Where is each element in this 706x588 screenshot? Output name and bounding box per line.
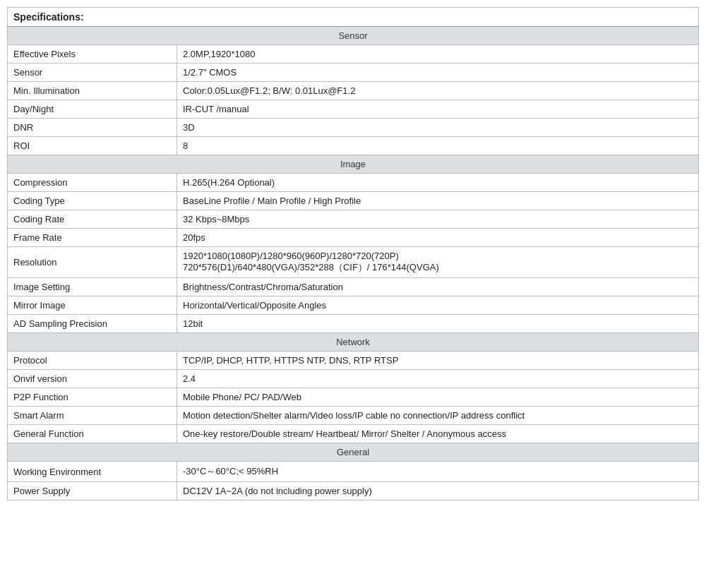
table-row: Resolution1920*1080(1080P)/1280*960(960P…: [8, 247, 699, 278]
table-row: Effective Pixels2.0MP,1920*1080: [8, 45, 699, 64]
row-value: 32 Kbps~8Mbps: [177, 210, 699, 229]
row-label: P2P Function: [8, 388, 177, 407]
table-row: Power SupplyDC12V 1A~2A (do not includin…: [8, 482, 699, 500]
row-label: Power Supply: [8, 482, 177, 500]
table-row: Mirror ImageHorizontal/Vertical/Opposite…: [8, 296, 699, 315]
row-label: Image Setting: [8, 278, 177, 296]
table-row: Working Environment-30°C～60°C;< 95%RH: [8, 462, 699, 482]
section-header-2: Network: [8, 333, 699, 352]
row-label: Onvif version: [8, 370, 177, 388]
table-row: DNR3D: [8, 119, 699, 137]
section-header-3: General: [8, 443, 699, 462]
row-label: Resolution: [8, 247, 177, 278]
table-row: AD Sampling Precision12bit: [8, 315, 699, 333]
table-row: Smart AlarmMotion detection/Shelter alar…: [8, 407, 699, 425]
table-row: ProtocolTCP/IP, DHCP, HTTP, HTTPS NTP, D…: [8, 352, 699, 370]
section-title-2: Network: [8, 333, 699, 352]
title-row: Specifications:: [8, 8, 699, 27]
row-label: DNR: [8, 119, 177, 137]
row-value: Mobile Phone/ PC/ PAD/Web: [177, 388, 699, 407]
row-label: Effective Pixels: [8, 45, 177, 64]
row-value: 3D: [177, 119, 699, 137]
row-value: 20fps: [177, 229, 699, 247]
row-label: Min. Illumination: [8, 82, 177, 100]
table-row: ROI8: [8, 137, 699, 155]
section-title-3: General: [8, 443, 699, 462]
table-row: Sensor1/2.7" CMOS: [8, 64, 699, 82]
row-label: Compression: [8, 174, 177, 192]
row-value: 12bit: [177, 315, 699, 333]
row-value: Horizontal/Vertical/Opposite Angles: [177, 296, 699, 315]
row-value: BaseLine Profile / Main Profile / High P…: [177, 192, 699, 210]
row-label: Coding Rate: [8, 210, 177, 229]
specs-title: Specifications:: [8, 8, 699, 27]
section-title-0: Sensor: [8, 27, 699, 45]
row-value: 1/2.7" CMOS: [177, 64, 699, 82]
section-header-0: Sensor: [8, 27, 699, 45]
table-row: Min. IlluminationColor:0.05Lux@F1.2; B/W…: [8, 82, 699, 100]
table-row: Day/NightIR-CUT /manual: [8, 100, 699, 119]
section-title-1: Image: [8, 155, 699, 174]
row-label: Day/Night: [8, 100, 177, 119]
row-value: 8: [177, 137, 699, 155]
table-row: CompressionH.265(H.264 Optional): [8, 174, 699, 192]
table-row: Image SettingBrightness/Contrast/Chroma/…: [8, 278, 699, 296]
specs-table: Specifications:SensorEffective Pixels2.0…: [7, 7, 699, 500]
row-value: DC12V 1A~2A (do not including power supp…: [177, 482, 699, 500]
row-value: Brightness/Contrast/Chroma/Saturation: [177, 278, 699, 296]
table-row: Onvif version2.4: [8, 370, 699, 388]
row-label: Sensor: [8, 64, 177, 82]
row-label: Frame Rate: [8, 229, 177, 247]
row-label: Working Environment: [8, 462, 177, 482]
section-header-1: Image: [8, 155, 699, 174]
row-value: TCP/IP, DHCP, HTTP, HTTPS NTP, DNS, RTP …: [177, 352, 699, 370]
row-label: General Function: [8, 425, 177, 443]
row-label: Mirror Image: [8, 296, 177, 315]
table-row: Coding Rate32 Kbps~8Mbps: [8, 210, 699, 229]
row-value: 2.0MP,1920*1080: [177, 45, 699, 64]
row-value: -30°C～60°C;< 95%RH: [177, 462, 699, 482]
row-value: H.265(H.264 Optional): [177, 174, 699, 192]
row-label: Protocol: [8, 352, 177, 370]
row-value: One-key restore/Double stream/ Heartbeat…: [177, 425, 699, 443]
table-row: Coding TypeBaseLine Profile / Main Profi…: [8, 192, 699, 210]
row-label: Coding Type: [8, 192, 177, 210]
row-value: Motion detection/Shelter alarm/Video los…: [177, 407, 699, 425]
table-row: Frame Rate20fps: [8, 229, 699, 247]
table-row: General FunctionOne-key restore/Double s…: [8, 425, 699, 443]
row-label: AD Sampling Precision: [8, 315, 177, 333]
row-value: Color:0.05Lux@F1.2; B/W: 0.01Lux@F1.2: [177, 82, 699, 100]
row-label: ROI: [8, 137, 177, 155]
row-value: 2.4: [177, 370, 699, 388]
row-label: Smart Alarm: [8, 407, 177, 425]
row-value: IR-CUT /manual: [177, 100, 699, 119]
table-row: P2P FunctionMobile Phone/ PC/ PAD/Web: [8, 388, 699, 407]
row-value: 1920*1080(1080P)/1280*960(960P)/1280*720…: [177, 247, 699, 278]
